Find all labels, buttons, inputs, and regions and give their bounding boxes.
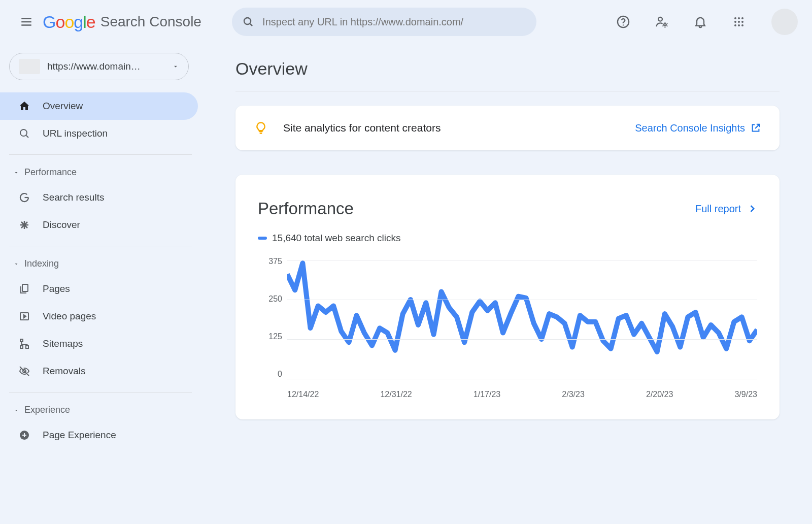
bell-icon <box>693 15 707 29</box>
sidebar-section-indexing[interactable]: Indexing <box>0 253 203 275</box>
svg-point-7 <box>741 17 743 19</box>
divider <box>9 392 192 392</box>
url-inspect-search[interactable] <box>232 8 536 36</box>
g-icon <box>17 190 31 205</box>
svg-point-10 <box>741 21 743 23</box>
gridline <box>287 339 757 340</box>
sidebar-item-pages[interactable]: Pages <box>0 275 198 303</box>
user-settings-button[interactable] <box>650 10 674 34</box>
insights-text: Site analytics for content creators <box>283 122 620 134</box>
x-tick-label: 12/31/22 <box>380 390 412 399</box>
svg-point-2 <box>623 24 624 25</box>
user-gear-icon <box>655 15 669 29</box>
pages-icon <box>17 282 31 296</box>
gridline <box>287 379 757 379</box>
svg-point-5 <box>734 17 736 19</box>
sidebar-item-sitemaps[interactable]: Sitemaps <box>0 330 198 357</box>
sidebar-item-discover[interactable]: Discover <box>0 211 198 239</box>
chevron-right-icon <box>747 204 757 214</box>
home-icon <box>17 99 31 113</box>
property-label: https://www.domain… <box>47 61 165 72</box>
x-tick-label: 2/3/23 <box>562 390 584 399</box>
hamburger-menu-button[interactable] <box>14 10 39 34</box>
page-title: Overview <box>235 59 780 79</box>
y-tick-label: 375 <box>268 257 282 266</box>
url-inspect-input[interactable] <box>262 16 526 28</box>
main-content: Overview Site analytics for content crea… <box>203 44 812 449</box>
product-logo[interactable]: Google Search Console <box>43 12 201 32</box>
svg-rect-15 <box>22 284 28 291</box>
hamburger-icon <box>20 15 33 28</box>
gridline <box>287 300 757 300</box>
help-icon <box>616 15 630 29</box>
svg-point-3 <box>658 17 662 21</box>
sidebar-section-experience[interactable]: Experience <box>0 400 203 421</box>
notifications-button[interactable] <box>688 10 713 34</box>
help-button[interactable] <box>611 10 635 34</box>
sidebar-item-removals[interactable]: Removals <box>0 357 198 385</box>
svg-point-13 <box>741 24 743 26</box>
sidebar-item-label: URL inspection <box>43 128 108 139</box>
y-tick-label: 250 <box>268 294 282 304</box>
sidebar-item-overview[interactable]: Overview <box>0 92 198 120</box>
property-thumbnail <box>19 59 40 74</box>
sidebar-section-label: Indexing <box>24 258 59 269</box>
sidebar-item-label: Discover <box>43 219 80 231</box>
svg-point-14 <box>20 129 27 136</box>
chart-legend: 15,640 total web search clicks <box>258 233 757 244</box>
sidebar-item-label: Search results <box>43 192 104 203</box>
apps-button[interactable] <box>727 10 751 34</box>
search-icon <box>17 126 31 141</box>
chevron-down-icon <box>13 407 19 413</box>
x-tick-label: 1/17/23 <box>473 390 500 399</box>
sidebar: https://www.domain… OverviewURL inspecti… <box>0 44 203 449</box>
sidebar-item-video-pages[interactable]: Video pages <box>0 303 198 330</box>
divider <box>9 154 192 155</box>
x-tick-label: 2/20/23 <box>646 390 673 399</box>
apps-grid-icon <box>733 16 745 28</box>
y-tick-label: 0 <box>278 370 282 379</box>
lightbulb-icon <box>254 121 268 135</box>
sidebar-item-label: Sitemaps <box>43 338 83 349</box>
x-tick-label: 12/14/22 <box>287 390 319 399</box>
sidebar-section-label: Performance <box>24 167 77 178</box>
chart-line <box>287 263 757 352</box>
sidebar-item-label: Page Experience <box>43 430 116 441</box>
gridline <box>287 260 757 260</box>
visibility-off-icon <box>17 364 31 378</box>
sidebar-item-page-experience[interactable]: Page Experience <box>0 421 198 449</box>
circle-plus-icon <box>17 428 31 442</box>
search-icon <box>242 15 254 28</box>
product-name: Search Console <box>100 14 201 30</box>
y-tick-label: 125 <box>268 332 282 341</box>
svg-point-9 <box>738 21 740 23</box>
legend-text: 15,640 total web search clicks <box>272 233 400 244</box>
sidebar-item-search-results[interactable]: Search results <box>0 184 198 211</box>
divider <box>235 91 780 91</box>
svg-point-6 <box>738 17 740 19</box>
chevron-down-icon <box>13 261 19 267</box>
svg-point-0 <box>244 18 251 24</box>
full-report-link[interactable]: Full report <box>695 203 757 215</box>
sidebar-item-label: Removals <box>43 366 85 377</box>
performance-title: Performance <box>258 199 695 218</box>
asterisk-icon <box>17 218 31 232</box>
full-report-label: Full report <box>695 203 741 215</box>
sidebar-section-performance[interactable]: Performance <box>0 162 203 184</box>
chevron-down-icon <box>172 63 179 70</box>
insights-link[interactable]: Search Console Insights <box>635 122 761 134</box>
external-link-icon <box>750 122 761 134</box>
sitemap-icon <box>17 337 31 351</box>
top-actions <box>611 9 798 35</box>
account-avatar[interactable] <box>771 9 798 35</box>
insights-link-label: Search Console Insights <box>635 122 745 134</box>
sidebar-item-label: Video pages <box>43 311 96 322</box>
sidebar-item-url-inspection[interactable]: URL inspection <box>0 120 198 147</box>
x-tick-label: 3/9/23 <box>734 390 757 399</box>
svg-point-4 <box>664 24 666 26</box>
sidebar-item-label: Pages <box>43 283 70 294</box>
property-selector[interactable]: https://www.domain… <box>9 53 189 80</box>
sidebar-item-label: Overview <box>43 101 83 112</box>
sidebar-section-label: Experience <box>24 405 70 415</box>
video-icon <box>17 309 31 323</box>
